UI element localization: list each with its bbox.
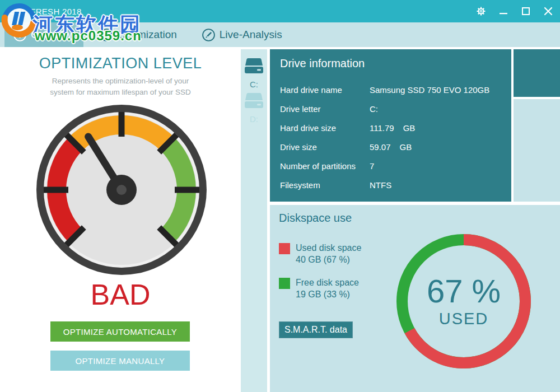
- drive-item-c[interactable]: C:: [241, 57, 267, 89]
- free-detail: 19 GB (33 %): [296, 288, 359, 300]
- drive-item-d[interactable]: D:: [241, 92, 267, 124]
- free-swatch: [279, 278, 290, 289]
- drive-letter-d: D:: [241, 114, 267, 124]
- tab-optimization[interactable]: Optimization: [91, 22, 185, 47]
- hard-drive-icon: [244, 57, 264, 76]
- side-block-light: [514, 99, 560, 202]
- used-label: Used disk space: [296, 242, 361, 254]
- drive-letter-c: C:: [241, 80, 267, 89]
- close-icon[interactable]: [540, 3, 557, 20]
- tab-live-analysis-label: Live-Analysis: [220, 29, 282, 41]
- optimize-automatically-button[interactable]: OPTIMIZE AUTOMATICALLY: [50, 321, 190, 342]
- info-icon: [13, 28, 27, 42]
- optimization-level-subtitle: Represents the optimization-level of you…: [0, 76, 241, 98]
- pencil-icon: [202, 28, 216, 42]
- tab-overview[interactable]: Overview: [4, 22, 83, 47]
- tab-live-analysis[interactable]: Live-Analysis: [193, 22, 291, 47]
- maximize-icon[interactable]: [517, 3, 534, 20]
- window-controls: [473, 0, 557, 22]
- optimization-rating: BAD: [0, 278, 241, 311]
- legend-free: Free disk space 19 GB (33 %): [279, 277, 359, 300]
- tab-bar: Overview Optimization: [0, 22, 560, 47]
- tab-optimization-label: Optimization: [118, 29, 177, 41]
- info-row-partitions: Number of partitions 7: [280, 156, 501, 175]
- info-row-hard-drive-size: Hard drive size 111.79 GB: [280, 118, 501, 137]
- used-swatch: [279, 243, 290, 254]
- used-detail: 40 GB (67 %): [296, 254, 361, 265]
- diskspace-donut-chart: [390, 227, 538, 375]
- app-title: SSD FRESH 2018: [10, 7, 82, 16]
- gauge-icon: [100, 28, 114, 42]
- settings-gear-icon[interactable]: [473, 3, 489, 20]
- free-label: Free disk space: [296, 277, 359, 288]
- optimization-level-title: OPTIMIZATION LEVEL: [0, 55, 241, 72]
- optimization-gauge: [35, 103, 208, 277]
- diskspace-panel: Diskspace use Used disk space 40 GB (67 …: [270, 205, 560, 392]
- optimize-manually-button[interactable]: OPTIMIZE MANUALLY: [50, 351, 190, 371]
- info-row-drive-letter: Drive letter C:: [280, 99, 501, 118]
- info-row-hard-drive-name: Hard drive name Samsung SSD 750 EVO 120G…: [280, 80, 501, 99]
- side-block-dark: [514, 49, 560, 97]
- diskspace-title: Diskspace use: [279, 212, 352, 225]
- smart-data-button[interactable]: S.M.A.R.T. data: [279, 321, 353, 338]
- info-row-filesystem: Filesystem NTFS: [280, 175, 501, 194]
- optimization-level-panel: OPTIMIZATION LEVEL Represents the optimi…: [0, 49, 241, 392]
- hard-drive-icon: [244, 92, 264, 111]
- app-window: SSD FRESH 2018: [0, 0, 560, 392]
- drive-information-title: Drive information: [280, 57, 501, 70]
- drive-information-panel: Drive information Hard drive name Samsun…: [270, 49, 511, 202]
- drive-selector: C: D:: [241, 49, 267, 392]
- tab-overview-label: Overview: [31, 29, 75, 41]
- minimize-icon[interactable]: [495, 3, 512, 20]
- title-bar: SSD FRESH 2018: [0, 0, 560, 22]
- info-row-drive-size: Drive size 59.07 GB: [280, 137, 501, 156]
- legend-used: Used disk space 40 GB (67 %): [279, 242, 361, 265]
